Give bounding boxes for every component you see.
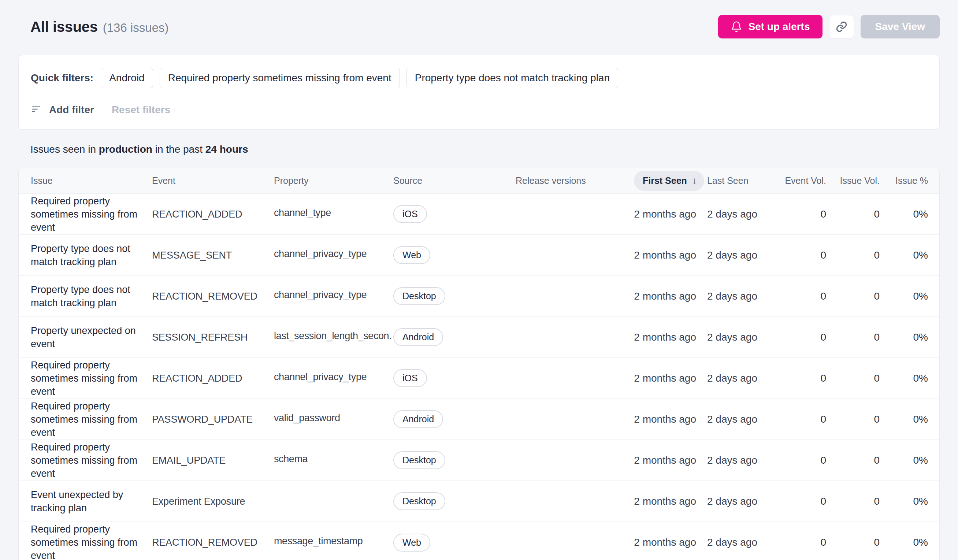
issue-pct-cell: 0% [880,332,928,343]
table-row[interactable]: Required property sometimes missing from… [19,194,939,235]
event-vol-value: 0 [820,536,826,548]
quick-filter-chip[interactable]: Required property sometimes missing from… [160,68,400,88]
issue-cell: Required property sometimes missing from… [31,359,152,398]
last-seen-value: 2 days ago [707,455,757,466]
reset-filters-button[interactable]: Reset filters [112,104,170,116]
issue-vol-value: 0 [874,208,880,220]
issue-pct-value: 0% [913,373,928,384]
property-label: schema [274,454,308,465]
event-vol-value: 0 [820,332,826,343]
column-header-release-versions[interactable]: Release versions [515,175,634,186]
first-seen-sort-pill[interactable]: First Seen ↓ [634,171,704,191]
event-label: REACTION_REMOVED [152,291,257,302]
table-body: Required property sometimes missing from… [19,194,939,560]
first-seen-value: 2 months ago [634,208,696,220]
source-cell: Android [393,328,515,346]
copy-link-button[interactable] [829,15,854,38]
quick-filter-chip[interactable]: Property type does not match tracking pl… [406,68,618,88]
column-header-event-vol[interactable]: Event Vol. [780,175,826,186]
table-row[interactable]: Required property sometimes missing from… [19,522,939,560]
property-cell: message_timestamp [274,535,393,549]
property-cell: last_session_length_secon... [274,330,393,344]
column-header-source[interactable]: Source [393,175,515,186]
column-header-issue-pct[interactable]: Issue % [880,175,928,186]
first-seen-value: 2 months ago [634,414,696,425]
first-seen-header-label: First Seen [643,175,687,186]
save-view-button[interactable]: Save View [861,15,940,38]
issue-label: Property type does not match tracking pl… [31,283,141,309]
first-seen-cell: 2 months ago [634,536,707,548]
event-vol-value: 0 [820,290,826,302]
table-row[interactable]: Property unexpected on event SESSION_REF… [19,317,939,358]
event-cell: Experiment Exposure [152,495,274,507]
filter-lines-icon [31,104,42,116]
event-cell: REACTION_REMOVED [152,290,274,302]
column-header-property[interactable]: Property [274,175,393,186]
property-label: channel_privacy_type [274,371,366,383]
event-vol-value: 0 [820,249,826,261]
source-cell: iOS [393,369,515,387]
scope-range: 24 hours [205,144,248,155]
first-seen-cell: 2 months ago [634,495,707,507]
first-seen-value: 2 months ago [634,332,696,343]
source-cell: Web [393,246,515,264]
table-row[interactable]: Required property sometimes missing from… [19,399,939,440]
issue-pct-cell: 0% [880,495,928,507]
column-header-issue[interactable]: Issue [31,175,152,186]
event-cell: REACTION_ADDED [152,208,274,220]
issue-count: (136 issues) [103,21,169,35]
issue-pct-cell: 0% [880,373,928,384]
first-seen-value: 2 months ago [634,249,696,261]
top-bar: All issues (136 issues) Set up alerts [18,15,940,39]
quick-filters-label: Quick filters: [31,72,94,84]
quick-filter-chip[interactable]: Android [101,68,153,88]
event-cell: MESSAGE_SENT [152,249,274,261]
event-vol-cell: 0 [780,249,826,261]
table-row[interactable]: Property type does not match tracking pl… [19,276,939,317]
issue-vol-cell: 0 [826,414,880,425]
issue-label: Required property sometimes missing from… [31,523,141,560]
table-row[interactable]: Property type does not match tracking pl… [19,235,939,276]
event-cell: EMAIL_UPDATE [152,455,274,466]
scope-line: Issues seen in production in the past 24… [30,144,940,155]
issue-cell: Required property sometimes missing from… [31,523,152,560]
issue-cell: Required property sometimes missing from… [31,441,152,480]
last-seen-value: 2 days ago [707,373,757,384]
property-cell: channel_privacy_type [274,289,393,303]
event-cell: REACTION_REMOVED [152,536,274,548]
event-cell: SESSION_REFRESH [152,332,274,343]
first-seen-cell: 2 months ago [634,249,707,261]
save-view-label: Save View [875,21,925,33]
scope-prefix: Issues seen in [30,144,99,155]
source-cell: Desktop [393,287,515,305]
event-label: MESSAGE_SENT [152,250,232,261]
issue-vol-cell: 0 [826,332,880,343]
table-row[interactable]: Required property sometimes missing from… [19,440,939,481]
source-chip: iOS [393,205,427,223]
issue-cell: Property type does not match tracking pl… [31,242,152,268]
scope-environment: production [99,144,152,155]
add-filter-button[interactable]: Add filter [49,104,94,116]
set-up-alerts-button[interactable]: Set up alerts [718,15,822,38]
table-row[interactable]: Event unexpected by tracking plan Experi… [19,481,939,522]
event-vol-value: 0 [820,373,826,384]
column-header-first-seen[interactable]: First Seen ↓ [634,171,707,191]
issue-vol-value: 0 [874,414,880,425]
source-chip: iOS [393,369,427,387]
issue-vol-cell: 0 [826,208,880,220]
property-label: channel_privacy_type [274,248,366,260]
issue-label: Event unexpected by tracking plan [31,488,141,515]
last-seen-value: 2 days ago [707,290,757,302]
link-icon [835,21,848,33]
issue-label: Property unexpected on event [31,324,141,351]
issue-pct-value: 0% [913,249,928,261]
last-seen-cell: 2 days ago [707,495,780,507]
source-chip: Desktop [393,492,445,510]
column-header-event[interactable]: Event [152,175,274,186]
issue-vol-value: 0 [874,290,880,302]
column-header-issue-vol[interactable]: Issue Vol. [826,175,880,186]
issue-label: Required property sometimes missing from… [31,441,141,480]
table-row[interactable]: Required property sometimes missing from… [19,358,939,399]
first-seen-value: 2 months ago [634,373,696,384]
column-header-last-seen[interactable]: Last Seen [707,175,780,186]
